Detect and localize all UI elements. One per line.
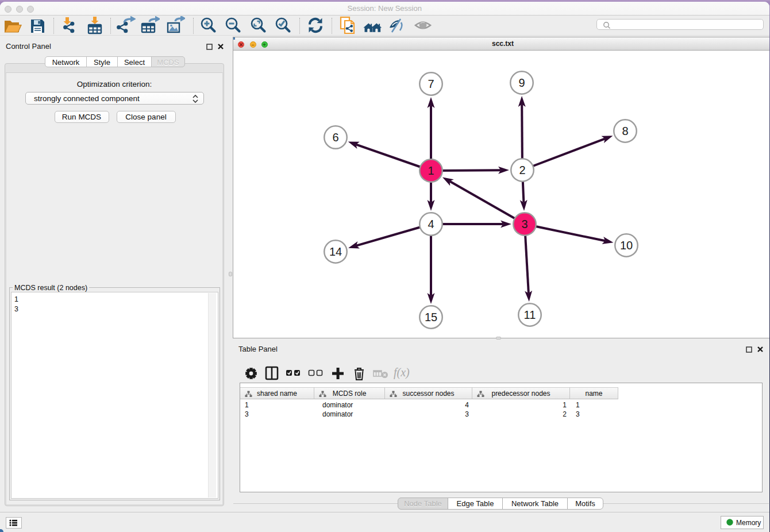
svg-text:11: 11 <box>524 309 536 321</box>
svg-text:8: 8 <box>622 125 628 137</box>
svg-text:4: 4 <box>428 218 434 230</box>
svg-text:7: 7 <box>428 78 434 90</box>
svg-text:14: 14 <box>329 245 342 258</box>
svg-text:9: 9 <box>518 76 525 89</box>
svg-text:2: 2 <box>519 164 525 176</box>
svg-text:3: 3 <box>521 218 528 230</box>
svg-text:6: 6 <box>332 131 338 144</box>
svg-text:1: 1 <box>428 164 434 177</box>
svg-text:15: 15 <box>425 311 437 323</box>
svg-text:10: 10 <box>620 239 633 252</box>
